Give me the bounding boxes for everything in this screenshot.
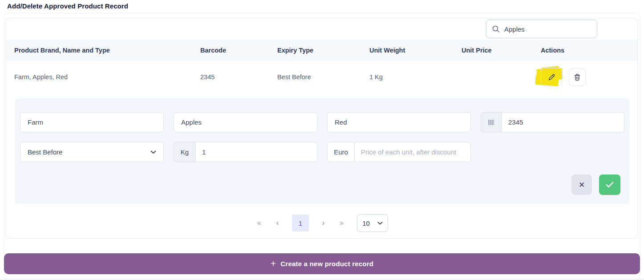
name-input[interactable] [181, 118, 310, 126]
column-header-unit-price: Unit Price [462, 47, 541, 54]
page-size-value: 10 [362, 219, 370, 227]
content-panel: Product Brand, Name and Type Barcode Exp… [4, 13, 640, 279]
weight-unit-addon: Kg [174, 142, 195, 162]
barcode-field[interactable] [502, 112, 624, 132]
x-icon: ✕ [579, 180, 585, 190]
chevron-down-icon [150, 150, 156, 154]
chevron-down-icon [377, 222, 383, 225]
barcode-addon [481, 112, 502, 132]
name-field[interactable] [174, 112, 317, 132]
form-row-2: Best Before Kg Euro [20, 142, 624, 162]
cell-barcode: 2345 [200, 73, 277, 81]
expiry-type-selected-value: Best Before [28, 148, 62, 156]
type-input[interactable] [335, 118, 463, 126]
barcode-field-group [481, 112, 624, 132]
price-field-group: Euro [327, 142, 471, 162]
trash-icon [573, 73, 581, 81]
brand-field[interactable] [20, 112, 164, 132]
edit-button-highlighted [541, 68, 562, 86]
type-field[interactable] [327, 112, 471, 132]
price-field[interactable] [354, 142, 471, 162]
confirm-edit-button[interactable] [599, 174, 620, 195]
current-page-indicator[interactable]: 1 [292, 215, 309, 231]
weight-input[interactable] [202, 148, 311, 156]
search-row [6, 18, 637, 40]
barcode-icon [488, 119, 495, 126]
column-header-brand: Product Brand, Name and Type [14, 47, 200, 54]
first-page-button[interactable]: « [255, 218, 263, 228]
plus-icon: + [271, 259, 276, 268]
search-input[interactable] [504, 25, 593, 33]
cell-expiry-type: Best Before [277, 73, 369, 81]
pencil-icon [547, 73, 556, 81]
expiry-type-select[interactable]: Best Before [20, 142, 164, 162]
product-table-card: Product Brand, Name and Type Barcode Exp… [6, 18, 638, 239]
form-row-1 [20, 112, 624, 132]
form-row-2-spacer [481, 142, 624, 162]
column-header-unit-weight: Unit Weight [369, 47, 462, 54]
last-page-button[interactable]: » [338, 218, 345, 228]
column-header-expiry-type: Expiry Type [277, 47, 369, 54]
form-actions: ✕ [20, 174, 624, 195]
cell-brand-name-type: Farm, Apples, Red [14, 73, 200, 81]
edit-product-form: Best Before Kg Euro [15, 98, 629, 204]
weight-field-group: Kg [174, 142, 317, 162]
currency-addon: Euro [327, 142, 355, 162]
cell-actions [541, 68, 629, 86]
price-input[interactable] [361, 148, 464, 156]
edit-button[interactable] [541, 68, 562, 86]
delete-button[interactable] [569, 68, 586, 86]
cancel-edit-button[interactable]: ✕ [571, 174, 592, 195]
page-title: Add/Delete Approved Product Record [0, 0, 644, 10]
search-input-wrapper[interactable] [486, 20, 597, 38]
weight-field[interactable] [195, 142, 317, 162]
create-product-button-label: Create a new product record [280, 260, 373, 268]
page-size-select[interactable]: 10 [357, 214, 388, 232]
barcode-input[interactable] [508, 118, 618, 126]
check-icon [606, 182, 614, 188]
create-product-button[interactable]: + Create a new product record [4, 253, 640, 274]
prev-page-button[interactable]: ‹ [275, 218, 280, 228]
search-icon [492, 25, 500, 33]
table-header-row: Product Brand, Name and Type Barcode Exp… [6, 40, 637, 61]
cell-unit-weight: 1 Kg [369, 73, 462, 81]
table-row: Farm, Apples, Red 2345 Best Before 1 Kg [6, 61, 637, 93]
column-header-barcode: Barcode [200, 47, 277, 54]
next-page-button[interactable]: › [320, 218, 326, 228]
brand-input[interactable] [28, 118, 156, 126]
pagination: « ‹ 1 › » 10 [6, 214, 637, 232]
column-header-actions: Actions [541, 47, 629, 54]
